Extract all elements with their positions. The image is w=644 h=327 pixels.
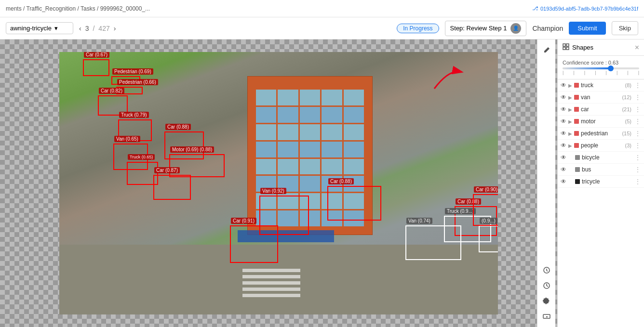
- nav-prev-button[interactable]: ‹: [79, 25, 81, 32]
- nav-arrows: ‹ 3 / 427 ›: [79, 25, 116, 32]
- layer-list: 👁 ▶ truck (8) ⋮ 👁 ▶ van (12) ⋮ 👁 ▶ car: [558, 79, 644, 327]
- color-dot-motor: [574, 119, 579, 124]
- layer-item-car[interactable]: 👁 ▶ car (21) ⋮: [558, 104, 644, 116]
- nav-next-button[interactable]: ›: [114, 25, 116, 32]
- menu-pedestrian-icon[interactable]: ⋮: [634, 130, 641, 137]
- color-dot-people: [574, 143, 579, 148]
- layer-item-van[interactable]: 👁 ▶ van (12) ⋮: [558, 92, 644, 104]
- menu-motor-icon[interactable]: ⋮: [634, 118, 641, 125]
- skip-button[interactable]: Skip: [612, 21, 638, 35]
- color-dot-bicycle: [575, 155, 580, 160]
- close-shapes-button[interactable]: ×: [635, 44, 639, 52]
- menu-bus-icon[interactable]: ⋮: [634, 166, 641, 173]
- main-content: Car (0.67) Pedestrian (0.69) Pedestrian …: [0, 39, 644, 327]
- color-dot-bus: [575, 167, 580, 172]
- confidence-section: Confidence score : 0.63 ||||||||: [558, 56, 644, 79]
- visibility-bicycle-icon[interactable]: 👁: [561, 154, 566, 161]
- color-dot-tricycle: [575, 179, 580, 184]
- menu-car-icon[interactable]: ⋮: [634, 105, 641, 113]
- shapes-panel: Shapes × Confidence score : 0.63 |||||||…: [557, 39, 644, 327]
- shapes-title: Shapes: [572, 44, 632, 51]
- svg-rect-10: [566, 44, 569, 46]
- visibility-van-icon[interactable]: 👁: [561, 94, 566, 101]
- visibility-car-icon[interactable]: 👁: [561, 106, 566, 113]
- champion-label: Champion: [532, 25, 563, 32]
- layer-item-pedestrian[interactable]: 👁 ▶ pedestrian (15) ⋮: [558, 128, 644, 140]
- nav-current: 3: [85, 25, 89, 32]
- layer-item-people[interactable]: 👁 ▶ people (3) ⋮: [558, 140, 644, 152]
- visibility-truck-icon[interactable]: 👁: [561, 82, 566, 89]
- chevron-down-icon: ▾: [54, 25, 58, 32]
- avatar: 👤: [510, 23, 521, 34]
- color-dot-car: [574, 107, 579, 112]
- git-hash: 0193d59d-abf5-7adb-9cb7-97b9b6c4e31f: [532, 5, 638, 12]
- label-select[interactable]: awning-tricycle ▾: [6, 22, 73, 34]
- annotation-scene[interactable]: Car (0.67) Pedestrian (0.69) Pedestrian …: [59, 52, 498, 314]
- status-badge: In Progress: [397, 24, 439, 33]
- toolbar: awning-tricycle ▾ ‹ 3 / 427 › In Progres…: [0, 17, 644, 39]
- visibility-bus-icon[interactable]: 👁: [561, 166, 566, 173]
- shapes-icon: [563, 43, 569, 52]
- visibility-motor-icon[interactable]: 👁: [561, 118, 566, 125]
- nav-total: 427: [98, 25, 109, 32]
- edit-tool-button[interactable]: [540, 43, 553, 57]
- menu-tricycle-icon[interactable]: ⋮: [634, 178, 641, 185]
- submit-button[interactable]: Submit: [569, 22, 605, 35]
- confidence-ticks: ||||||||: [563, 70, 639, 75]
- visibility-pedestrian-icon[interactable]: 👁: [561, 130, 566, 137]
- layer-item-tricycle[interactable]: 👁 tricycle ⋮: [558, 176, 644, 188]
- color-dot-van: [574, 95, 579, 100]
- svg-rect-9: [563, 44, 565, 46]
- svg-rect-12: [566, 47, 569, 50]
- confidence-slider[interactable]: [563, 67, 639, 69]
- settings-tool-button[interactable]: [540, 294, 553, 308]
- right-tools-panel: [537, 39, 555, 327]
- confidence-label: Confidence score : 0.63: [563, 60, 639, 65]
- visibility-tricycle-icon[interactable]: 👁: [561, 178, 566, 185]
- keyboard-tool-button[interactable]: [540, 310, 553, 323]
- layer-item-bus[interactable]: 👁 bus ⋮: [558, 164, 644, 176]
- visibility-people-icon[interactable]: 👁: [561, 142, 566, 149]
- clock-tool-button[interactable]: [540, 279, 553, 292]
- canvas-area[interactable]: Car (0.67) Pedestrian (0.69) Pedestrian …: [0, 39, 557, 327]
- menu-truck-icon[interactable]: ⋮: [634, 81, 641, 89]
- menu-van-icon[interactable]: ⋮: [634, 93, 641, 101]
- layer-item-bicycle[interactable]: 👁 bicycle ⋮: [558, 152, 644, 164]
- color-dot-pedestrian: [574, 131, 579, 136]
- breadcrumb: ments / Traffic_Recognition / Tasks / 99…: [6, 5, 532, 12]
- top-bar: ments / Traffic_Recognition / Tasks / 99…: [0, 0, 644, 17]
- layer-item-truck[interactable]: 👁 ▶ truck (8) ⋮: [558, 79, 644, 92]
- layer-item-motor[interactable]: 👁 ▶ motor (5) ⋮: [558, 116, 644, 128]
- shapes-header: Shapes ×: [558, 39, 644, 56]
- color-dot-truck: [574, 83, 579, 88]
- history-tool-button[interactable]: [540, 263, 553, 277]
- menu-bicycle-icon[interactable]: ⋮: [634, 154, 641, 161]
- step-review-dropdown[interactable]: Step: Review Step 1 👤: [445, 21, 527, 36]
- menu-people-icon[interactable]: ⋮: [634, 142, 641, 149]
- svg-rect-11: [563, 47, 565, 50]
